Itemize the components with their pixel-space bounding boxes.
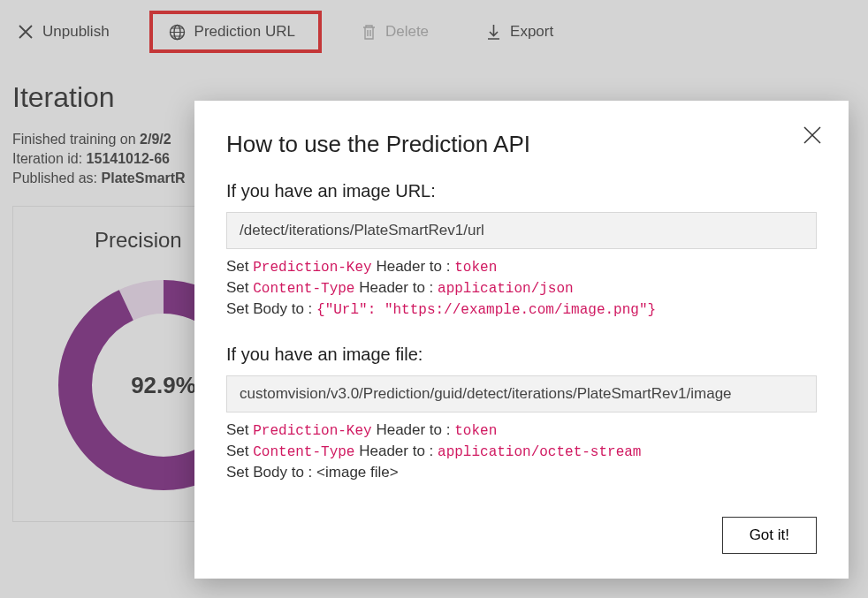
url-section-heading: If you have an image URL:	[226, 181, 817, 201]
url-endpoint-box[interactable]: /detect/iterations/PlateSmartRev1/url	[226, 212, 817, 249]
text: Set	[226, 258, 253, 275]
modal-footer: Got it!	[226, 517, 817, 554]
file-line-3: Set Body to : <image file>	[226, 464, 817, 481]
code: Prediction-Key	[253, 423, 371, 439]
text: Set	[226, 421, 253, 438]
code: token	[454, 260, 497, 276]
code: application/json	[438, 281, 574, 297]
code: {"Url": "https://example.com/image.png"}	[316, 302, 656, 318]
file-endpoint-box[interactable]: customvision/v3.0/Prediction/guid/detect…	[226, 375, 817, 413]
text: Header to :	[372, 421, 455, 438]
text: Header to :	[354, 279, 438, 296]
got-it-button[interactable]: Got it!	[722, 517, 817, 554]
code: application/octet-stream	[438, 444, 641, 460]
prediction-api-modal: How to use the Prediction API If you hav…	[194, 101, 849, 579]
code: Prediction-Key	[253, 260, 371, 276]
close-icon	[801, 124, 824, 147]
url-line-3: Set Body to : {"Url": "https://example.c…	[226, 300, 817, 318]
text: Set Body to :	[226, 300, 316, 317]
text: Header to :	[354, 443, 438, 459]
code: Content-Type	[253, 444, 354, 460]
modal-title: How to use the Prediction API	[226, 131, 817, 158]
url-line-1: Set Prediction-Key Header to : token	[226, 258, 817, 276]
code: token	[454, 423, 497, 439]
code: Content-Type	[253, 281, 354, 297]
modal-close-button[interactable]	[801, 124, 824, 147]
file-line-1: Set Prediction-Key Header to : token	[226, 421, 817, 439]
text: Set	[226, 279, 253, 296]
file-section-heading: If you have an image file:	[226, 344, 817, 365]
text: Set	[226, 443, 253, 459]
file-line-2: Set Content-Type Header to : application…	[226, 443, 817, 460]
url-line-2: Set Content-Type Header to : application…	[226, 279, 817, 297]
text: Header to :	[372, 258, 455, 275]
